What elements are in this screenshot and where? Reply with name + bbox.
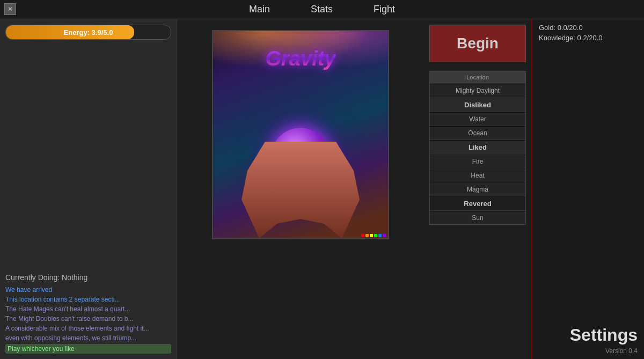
game-image: Gravity <box>212 30 389 239</box>
currently-doing-label: Currently Doing: Nothing <box>5 273 171 282</box>
settings-label[interactable]: Settings <box>539 325 638 345</box>
log-line: This location contains 2 separate secti.… <box>5 296 171 303</box>
game-title: Gravity <box>266 47 336 70</box>
color-dot-green <box>374 234 377 237</box>
right-panel: Begin Location Mighty Daylight Disliked … <box>424 19 531 359</box>
log-line: A considerable mix of those elements and… <box>5 325 171 332</box>
color-dot-purple <box>383 234 386 237</box>
version-label: Version 0.4 <box>539 347 638 355</box>
log-area: We have arrived This location contains 2… <box>5 286 171 354</box>
center-area: Gravity <box>177 19 424 359</box>
tab-stats[interactable]: Stats <box>306 2 337 17</box>
gold-label: Gold: 0.0/20.0 <box>539 24 638 32</box>
log-line: The Might Doubles can't raise demand to … <box>5 315 171 323</box>
top-nav: ✕ Main Stats Fight <box>0 0 644 19</box>
energy-bar-text: Energy: 3.9/5.0 <box>64 28 113 36</box>
affinity-liked[interactable]: Liked <box>430 141 525 155</box>
nav-tabs: Main Stats Fight <box>245 2 399 17</box>
close-button[interactable]: ✕ <box>4 3 16 15</box>
begin-button[interactable]: Begin <box>429 25 526 62</box>
color-dot-red <box>361 234 364 237</box>
color-dot-yellow <box>370 234 373 237</box>
affinity-water[interactable]: Water <box>430 113 525 126</box>
log-line: The Hate Mages can't heal almost a quart… <box>5 305 171 313</box>
main-content: Energy: 3.9/5.0 Currently Doing: Nothing… <box>0 19 644 359</box>
affinity-revered[interactable]: Revered <box>430 197 525 211</box>
affinity-mighty-daylight[interactable]: Mighty Daylight <box>430 84 525 98</box>
affinity-magma[interactable]: Magma <box>430 183 525 196</box>
tab-main[interactable]: Main <box>245 2 274 17</box>
log-cta[interactable]: Play whichever you like <box>5 344 171 354</box>
tab-fight[interactable]: Fight <box>369 2 399 17</box>
energy-bar: Energy: 3.9/5.0 <box>5 25 171 40</box>
affinity-heat[interactable]: Heat <box>430 169 525 182</box>
far-right-panel: Gold: 0.0/20.0 Knowledge: 0.2/20.0 Setti… <box>531 19 644 359</box>
color-dot-orange <box>365 234 369 237</box>
affinity-fire[interactable]: Fire <box>430 155 525 168</box>
log-line: We have arrived <box>5 286 171 294</box>
affinity-list: Location Mighty Daylight Disliked Water … <box>429 71 526 225</box>
knowledge-label: Knowledge: 0.2/20.0 <box>539 34 638 42</box>
affinity-disliked[interactable]: Disliked <box>430 98 525 112</box>
sidebar: Energy: 3.9/5.0 Currently Doing: Nothing… <box>0 19 177 359</box>
affinity-ocean[interactable]: Ocean <box>430 127 525 140</box>
color-dot-blue <box>378 234 382 237</box>
hand-image <box>241 142 360 238</box>
affinity-header: Location <box>430 71 525 84</box>
color-bar <box>361 234 386 237</box>
log-line: even with opposing elements, we still tr… <box>5 334 171 342</box>
affinity-sun[interactable]: Sun <box>430 211 525 224</box>
